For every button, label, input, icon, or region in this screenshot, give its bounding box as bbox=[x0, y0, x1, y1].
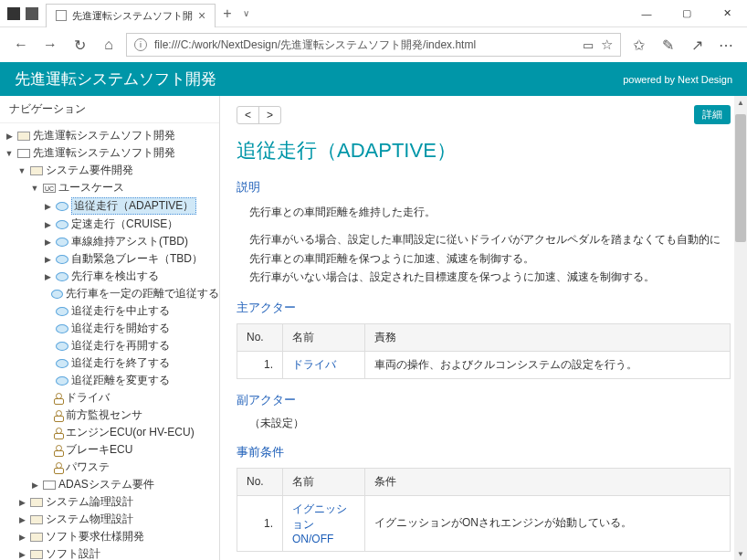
share-button[interactable]: ↗ bbox=[685, 33, 709, 57]
ellipse-icon bbox=[56, 307, 68, 316]
address-bar[interactable]: i file:///C:/work/NextDesign/先進運転システムソフト… bbox=[126, 33, 621, 57]
tree-usecase[interactable]: ▼UCユースケース bbox=[0, 179, 219, 196]
usecase-icon: UC bbox=[43, 184, 56, 193]
col-no: No. bbox=[237, 468, 283, 495]
tree-root[interactable]: ▶先進運転システムソフト開発 bbox=[0, 127, 219, 144]
window-buttons: — ▢ ✕ bbox=[626, 0, 747, 27]
tree-uc-cruise[interactable]: ▶定速走行（CRUISE） bbox=[0, 216, 219, 233]
window-titlebar: 先進運転システムソフト開 × + ∨ — ▢ ✕ bbox=[0, 0, 747, 27]
actor-icon bbox=[54, 393, 63, 404]
tree-actor-sensor[interactable]: 前方監視センサ bbox=[0, 407, 219, 424]
tree-actor-steer[interactable]: パワステ bbox=[0, 459, 219, 476]
tree-uc-start[interactable]: ▶追従走行を開始する bbox=[0, 320, 219, 337]
main-actor-table: No. 名前 責務 1. ドライバ 車両の操作、およびクルコンシステムの設定を行… bbox=[237, 323, 731, 379]
ellipse-icon bbox=[51, 290, 63, 299]
tree-uc-adaptive[interactable]: ▶追従走行（ADAPTIVE） bbox=[0, 196, 219, 216]
new-tab-button[interactable]: + bbox=[216, 5, 238, 22]
tree-phys[interactable]: ▶システム物理設計 bbox=[0, 511, 219, 528]
main-actor-label: 主アクター bbox=[237, 300, 731, 316]
prev-page-button[interactable]: < bbox=[237, 107, 259, 123]
tree-actor-engine[interactable]: エンジンECU(or HV-ECU) bbox=[0, 424, 219, 441]
scroll-down-icon[interactable]: ▼ bbox=[734, 547, 747, 560]
tree-softreq[interactable]: ▶ソフト要求仕様開発 bbox=[0, 528, 219, 545]
tab-dropdown-icon[interactable]: ∨ bbox=[239, 8, 249, 18]
browser-tab[interactable]: 先進運転システムソフト開 × bbox=[46, 4, 216, 27]
ellipse-icon bbox=[56, 272, 68, 281]
table-row: 1. イグニッション ON/OFF イグニッションがONされエンジンが始動してい… bbox=[237, 495, 731, 551]
header-title: 先進運転システムソフト開発 bbox=[15, 69, 216, 90]
close-button[interactable]: ✕ bbox=[707, 0, 747, 27]
col-cond: 条件 bbox=[365, 468, 731, 495]
back-button[interactable]: ← bbox=[9, 33, 33, 57]
tree-uc-detect[interactable]: ▶先行車を検出する bbox=[0, 268, 219, 285]
precond-link[interactable]: イグニッション ON/OFF bbox=[292, 502, 347, 545]
ellipse-icon bbox=[56, 238, 68, 247]
sub-actor-unset: （未設定） bbox=[249, 416, 731, 431]
sidebar-title: ナビゲーション bbox=[0, 96, 219, 123]
powered-by: powered by Next Design bbox=[623, 74, 732, 85]
reading-icon[interactable]: ▭ bbox=[583, 38, 594, 52]
refresh-button[interactable]: ↻ bbox=[68, 33, 91, 57]
tree-uc-lane[interactable]: ▶車線維持アシスト(TBD) bbox=[0, 233, 219, 250]
minimize-button[interactable]: — bbox=[626, 0, 667, 27]
folder-icon bbox=[17, 132, 30, 141]
actor-icon bbox=[54, 428, 63, 438]
folder-icon bbox=[30, 166, 43, 175]
cell-no: 1. bbox=[237, 351, 283, 378]
table-header-row: No. 名前 責務 bbox=[237, 323, 731, 351]
favorite-icon[interactable]: ☆ bbox=[601, 37, 613, 53]
maximize-button[interactable]: ▢ bbox=[667, 0, 707, 27]
home-button[interactable]: ⌂ bbox=[97, 33, 121, 57]
tab-close-icon[interactable]: × bbox=[198, 8, 205, 23]
project-icon bbox=[17, 149, 30, 158]
col-duty: 責務 bbox=[365, 323, 731, 351]
tree-project[interactable]: ▼先進運転システムソフト開発 bbox=[0, 144, 219, 162]
actor-icon bbox=[54, 410, 63, 421]
tree-uc-changedist[interactable]: ▶追従距離を変更する bbox=[0, 372, 219, 389]
scroll-up-icon[interactable]: ▲ bbox=[734, 96, 747, 109]
detail-button[interactable]: 詳細 bbox=[694, 105, 731, 124]
tree-actor-brake[interactable]: ブレーキECU bbox=[0, 441, 219, 459]
tree-uc-end[interactable]: ▶追従走行を終了する bbox=[0, 354, 219, 372]
info-icon[interactable]: i bbox=[134, 38, 147, 51]
browser-navbar: ← → ↻ ⌂ i file:///C:/work/NextDesign/先進運… bbox=[0, 27, 747, 62]
url-text: file:///C:/work/NextDesign/先進運転システムソフト開発… bbox=[154, 37, 476, 53]
tree-uc-stop[interactable]: ▶追従走行を中止する bbox=[0, 302, 219, 320]
tree-logic[interactable]: ▶システム論理設計 bbox=[0, 493, 219, 511]
sidebar: ナビゲーション ▶先進運転システムソフト開発 ▼先進運転システムソフト開発 ▼シ… bbox=[0, 96, 220, 560]
scroll-thumb[interactable] bbox=[735, 114, 746, 242]
nav-tree: ▶先進運転システムソフト開発 ▼先進運転システムソフト開発 ▼システム要件開発 … bbox=[0, 123, 219, 560]
actor-icon bbox=[54, 462, 63, 473]
cell-cond: イグニッションがONされエンジンが始動している。 bbox=[365, 495, 731, 551]
box-icon bbox=[43, 481, 56, 490]
ellipse-icon bbox=[56, 255, 68, 264]
forward-button[interactable]: → bbox=[38, 33, 62, 57]
page-icon bbox=[56, 10, 67, 21]
more-button[interactable]: ⋯ bbox=[714, 33, 738, 57]
col-no: No. bbox=[237, 323, 283, 351]
tree-uc-brake[interactable]: ▶自動緊急ブレーキ（TBD） bbox=[0, 250, 219, 268]
table-header-row: No. 名前 条件 bbox=[237, 468, 731, 495]
actor-link[interactable]: ドライバ bbox=[292, 358, 336, 371]
favorites-button[interactable]: ✩ bbox=[626, 33, 650, 57]
tree-softdesign[interactable]: ▶ソフト設計 bbox=[0, 545, 219, 560]
scrollbar[interactable]: ▲ ▼ bbox=[734, 96, 747, 560]
tree-requirements[interactable]: ▼システム要件開発 bbox=[0, 162, 219, 179]
app-icon-2 bbox=[26, 7, 38, 20]
next-page-button[interactable]: > bbox=[259, 107, 280, 123]
tree-uc-resume[interactable]: ▶追従走行を再開する bbox=[0, 337, 219, 354]
actor-icon bbox=[54, 445, 63, 456]
col-name: 名前 bbox=[283, 323, 365, 351]
tree-adas[interactable]: ▶ADASシステム要件 bbox=[0, 476, 219, 493]
content-area: < > 詳細 追従走行（ADAPTIVE） 説明 先行車との車間距離を維持した走… bbox=[220, 96, 747, 560]
tree-actor-driver[interactable]: ドライバ bbox=[0, 389, 219, 407]
table-row: 1. ドライバ 車両の操作、およびクルコンシステムの設定を行う。 bbox=[237, 351, 731, 378]
description-text-2: 先行車がいる場合、設定した車間設定に従いドライバがアクセルペダルを踏まなくても自… bbox=[249, 230, 731, 286]
folder-icon bbox=[30, 550, 43, 559]
sub-actor-label: 副アクター bbox=[237, 392, 731, 408]
notes-button[interactable]: ✎ bbox=[656, 33, 679, 57]
ellipse-icon bbox=[56, 202, 68, 211]
cell-no: 1. bbox=[237, 495, 283, 551]
tree-uc-follow[interactable]: ▶先行車を一定の距離で追従する bbox=[0, 285, 219, 302]
cell-duty: 車両の操作、およびクルコンシステムの設定を行う。 bbox=[365, 351, 731, 378]
